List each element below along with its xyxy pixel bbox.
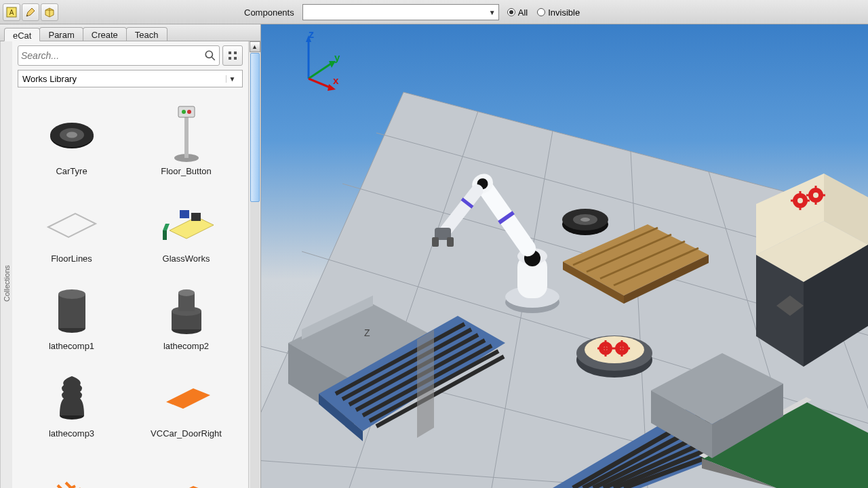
svg-point-30 — [58, 289, 85, 299]
svg-point-110 — [580, 218, 590, 222]
svg-point-21 — [187, 110, 191, 114]
catalog-item-floorbutton[interactable]: Floor_Button — [132, 92, 240, 176]
left-panel: eCat Param Create Teach Collections — [0, 24, 261, 488]
tab-ecat[interactable]: eCat — [4, 28, 40, 41]
thumb-grid-icon — [38, 462, 106, 488]
svg-rect-135 — [447, 237, 454, 247]
svg-line-8 — [212, 57, 215, 60]
svg-rect-25 — [191, 213, 201, 221]
svg-point-20 — [182, 110, 186, 114]
svg-marker-27 — [163, 224, 170, 230]
tab-param[interactable]: Param — [39, 27, 83, 41]
catalog-item-label: FloorLines — [51, 253, 92, 264]
svg-rect-10 — [234, 52, 237, 54]
pencil-icon[interactable] — [22, 3, 39, 21]
svg-rect-29 — [58, 294, 85, 328]
thumb-cardoor-icon — [153, 365, 220, 426]
radio-all[interactable]: All — [507, 7, 528, 18]
radio-icon — [537, 8, 545, 16]
thumb-lathe2-icon — [153, 277, 220, 338]
catalog-item-label: lathecomp1 — [49, 341, 94, 351]
radio-icon — [507, 8, 515, 16]
scroll-track[interactable] — [250, 53, 260, 488]
svg-rect-18 — [184, 115, 189, 158]
panel-body: Collections Works Library ▼ — [0, 41, 260, 488]
library-dropdown[interactable]: Works Library ▼ — [18, 70, 243, 87]
scene-marker: Z — [364, 327, 370, 338]
svg-marker-72 — [417, 329, 434, 438]
thumb-panel-icon — [153, 462, 220, 488]
search-row — [18, 45, 243, 66]
catalog-item-cartyre[interactable]: CarTyre — [18, 92, 125, 176]
catalog-item-label: GlassWorks — [163, 253, 210, 264]
top-toolbar: A Components ▼ All Invisible — [0, 0, 868, 24]
catalog-item-lathecomp2[interactable]: lathecomp2 — [132, 266, 240, 351]
tool-icon-a[interactable]: A — [3, 3, 20, 21]
catalog-item-label: VCCar_DoorRight — [151, 428, 222, 439]
panel-inner: Works Library ▼ CarTyre — [12, 41, 248, 488]
components-dropdown[interactable]: ▼ — [302, 4, 499, 20]
svg-point-113 — [585, 336, 644, 363]
thumb-glassworks-icon — [153, 190, 220, 251]
svg-rect-12 — [234, 57, 237, 60]
catalog-item-label: lathecomp2 — [163, 341, 209, 351]
panel-scrollbar[interactable]: ▲ ▼ — [248, 41, 260, 488]
catalog-item-extra2[interactable] — [132, 441, 240, 488]
svg-marker-22 — [48, 214, 96, 237]
svg-rect-19 — [178, 106, 195, 117]
scroll-thumb[interactable] — [250, 53, 260, 202]
radio-invisible-label: Invisible — [548, 7, 580, 18]
tab-create[interactable]: Create — [83, 27, 127, 41]
svg-text:A: A — [9, 9, 14, 16]
catalog-item-label: lathecomp3 — [49, 428, 94, 439]
search-box[interactable] — [18, 45, 220, 66]
svg-point-35 — [178, 289, 195, 296]
chevron-down-icon: ▼ — [226, 75, 238, 83]
package-icon[interactable] — [41, 3, 58, 21]
radio-invisible[interactable]: Invisible — [537, 7, 580, 18]
svg-rect-11 — [229, 57, 231, 60]
catalog-item-lathecomp1[interactable]: lathecomp1 — [18, 266, 125, 351]
svg-rect-9 — [229, 52, 231, 54]
catalog-item-lathecomp3[interactable]: lathecomp3 — [18, 354, 125, 439]
catalog-item-label: CarTyre — [56, 166, 87, 176]
search-input[interactable] — [21, 50, 204, 61]
svg-point-7 — [205, 51, 212, 58]
catalog-item-extra1[interactable] — [18, 441, 125, 488]
svg-rect-24 — [180, 210, 189, 218]
quick-access-icons: A — [1, 2, 60, 22]
svg-point-98 — [813, 192, 818, 198]
svg-point-16 — [66, 132, 77, 138]
visibility-radio-group: All Invisible — [507, 7, 580, 18]
svg-point-97 — [797, 198, 803, 203]
thumb-tyre-icon — [38, 102, 106, 163]
svg-marker-37 — [166, 388, 210, 409]
thumb-lathe3-icon — [38, 365, 106, 426]
scroll-up-icon[interactable]: ▲ — [250, 41, 260, 52]
collections-sidebar[interactable]: Collections — [0, 41, 12, 488]
thumb-lathe1-icon — [38, 277, 106, 338]
svg-rect-134 — [432, 237, 439, 247]
tab-teach[interactable]: Teach — [126, 27, 167, 41]
top-right-controls: Components ▼ All Invisible — [244, 0, 868, 24]
thumb-floorlines-icon — [38, 190, 106, 251]
left-panel-tabs: eCat Param Create Teach — [0, 24, 260, 41]
components-label: Components — [244, 7, 294, 18]
viewport-3d[interactable]: Z z y x — [261, 24, 868, 488]
radio-all-label: All — [518, 7, 528, 18]
workspace: eCat Param Create Teach Collections — [0, 24, 868, 488]
catalog-grid: CarTyre Floor_Button Flo — [18, 92, 243, 488]
svg-rect-26 — [163, 230, 167, 240]
catalog-item-label: Floor_Button — [161, 166, 211, 176]
catalog: CarTyre Floor_Button Flo — [18, 92, 243, 488]
chevron-down-icon: ▼ — [489, 9, 496, 16]
catalog-item-floorlines[interactable]: FloorLines — [18, 179, 125, 264]
search-icon[interactable] — [204, 49, 216, 62]
library-value: Works Library — [22, 74, 77, 84]
grid-view-toggle[interactable] — [222, 45, 243, 66]
catalog-item-vccardoor[interactable]: VCCar_DoorRight — [132, 354, 240, 439]
thumb-floorbutton-icon — [153, 102, 220, 163]
scene-svg: Z — [261, 24, 868, 488]
catalog-item-glassworks[interactable]: GlassWorks — [132, 179, 240, 264]
